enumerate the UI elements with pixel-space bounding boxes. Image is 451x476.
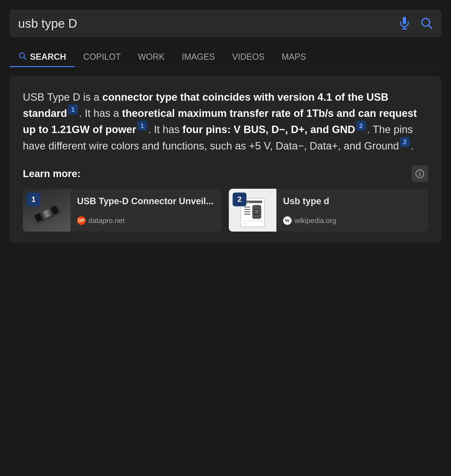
summary-intro: USB Type D is a: [23, 91, 102, 103]
source-card-1-domain-text: datapro.net: [88, 216, 125, 225]
source-card-2[interactable]: 2 Stand: [229, 189, 428, 232]
svg-rect-14: [244, 209, 250, 210]
info-button[interactable]: [412, 165, 428, 182]
microphone-icon[interactable]: [398, 16, 411, 31]
tab-copilot-label: COPILOT: [83, 52, 121, 62]
source-card-1-image: 1: [23, 189, 70, 232]
source-card-2-content: Usb type d W wikipedia.org: [276, 189, 428, 232]
tab-work-label: WORK: [138, 52, 165, 62]
search-bar: usb type D: [10, 10, 441, 37]
tab-search[interactable]: SEARCH: [10, 47, 75, 67]
svg-text:-: -: [244, 225, 245, 227]
svg-line-5: [24, 57, 26, 59]
tab-copilot[interactable]: COPILOT: [75, 47, 129, 67]
main-content-card: USB Type D is a connector type that coin…: [10, 76, 441, 243]
source-card-1-title: USB Type-D Connector Unveil...: [77, 195, 215, 207]
summary-mid1: . It has a: [79, 107, 122, 119]
learn-more-section: Learn more: 1 US: [23, 165, 428, 232]
summary-text: USB Type D is a connector type that coin…: [23, 89, 428, 154]
tab-search-label: SEARCH: [30, 52, 66, 62]
source-number-badge-2: 2: [233, 193, 246, 206]
source-cards-container: 1 USB Type-D Connector Unveil... DP data…: [23, 189, 428, 232]
tab-images-label: IMAGES: [182, 52, 215, 62]
search-tab-icon: [18, 51, 27, 62]
search-icons-group: [398, 16, 433, 31]
citation-badge-2b: 2: [400, 137, 410, 147]
citation-badge-1a: 1: [68, 104, 78, 114]
tab-videos[interactable]: VIDEOS: [224, 47, 273, 67]
tab-work[interactable]: WORK: [129, 47, 173, 67]
svg-rect-16: [244, 214, 250, 215]
tab-maps-label: MAPS: [282, 52, 306, 62]
svg-point-8: [419, 171, 420, 172]
datapro-favicon: DP: [77, 216, 86, 225]
svg-rect-18: [254, 209, 259, 215]
citation-badge-1b: 1: [137, 121, 147, 131]
learn-more-header: Learn more:: [23, 165, 428, 182]
svg-rect-19: [255, 210, 259, 211]
source-card-2-domain-text: wikipedia.org: [294, 216, 336, 225]
source-card-2-domain: W wikipedia.org: [283, 216, 421, 225]
summary-end: .: [411, 140, 414, 152]
source-card-1-content: USB Type-D Connector Unveil... DP datapr…: [70, 189, 222, 232]
citation-badge-2a: 2: [356, 121, 366, 131]
svg-text:+: +: [244, 222, 245, 225]
search-query-text[interactable]: usb type D: [18, 16, 398, 31]
summary-mid2: . It has: [148, 124, 182, 135]
search-magnifier-icon[interactable]: [420, 16, 433, 31]
svg-rect-15: [244, 211, 250, 212]
source-card-2-title: Usb type d: [283, 195, 421, 207]
summary-bold3: four pins: V BUS, D−, D+, and GND: [182, 124, 355, 135]
wikipedia-favicon: W: [283, 216, 292, 225]
svg-line-3: [429, 25, 432, 29]
svg-rect-20: [255, 212, 259, 213]
source-card-1-domain: DP datapro.net: [77, 216, 215, 225]
navigation-tabs: SEARCH COPILOT WORK IMAGES VIDEOS MAPS: [10, 47, 441, 67]
learn-more-label: Learn more:: [23, 168, 81, 179]
source-number-badge-1: 1: [27, 193, 40, 206]
tab-videos-label: VIDEOS: [232, 52, 264, 62]
tab-images[interactable]: IMAGES: [173, 47, 224, 67]
source-card-1[interactable]: 1 USB Type-D Connector Unveil... DP data…: [23, 189, 222, 232]
tab-maps[interactable]: MAPS: [273, 47, 314, 67]
svg-rect-13: [244, 207, 250, 208]
source-card-2-image: 2 Stand: [229, 189, 276, 232]
